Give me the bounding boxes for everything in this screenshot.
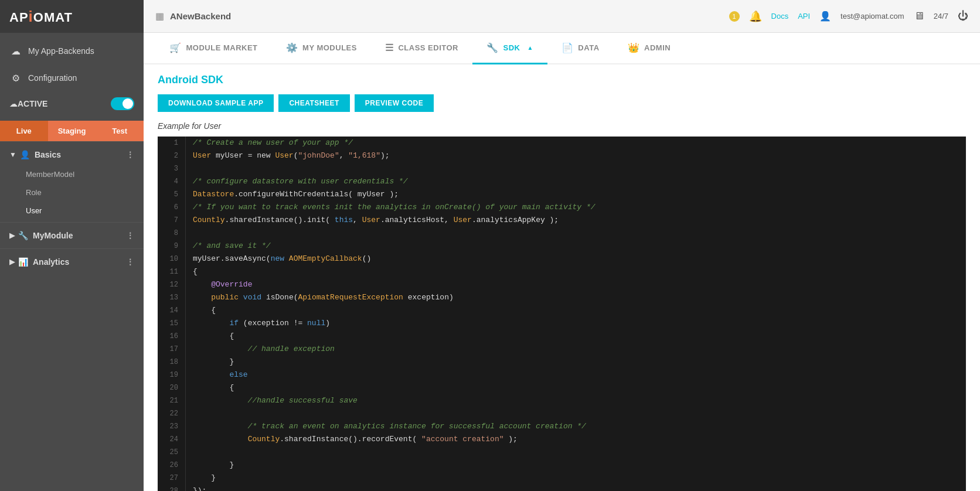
code-line-21: 21 //handle successful save (158, 394, 966, 407)
code-line-5: 5 Datastore.configureWithCredentials( my… (158, 188, 966, 201)
code-line-11: 11 { (158, 265, 966, 278)
active-toggle[interactable] (111, 97, 134, 110)
sidebar-item-my-app-backends[interactable]: ☁ My App-Backends (0, 37, 144, 64)
cheatsheet-button[interactable]: CHEATSHEET (278, 94, 349, 112)
code-line-13: 13 public void isDone(ApiomatRequestExce… (158, 291, 966, 304)
logo: APiOMAT (9, 8, 73, 26)
support-button[interactable]: 24/7 (934, 12, 948, 21)
code-line-3: 3 (158, 162, 966, 175)
more-icon-basics[interactable]: ⋮ (126, 150, 134, 159)
power-icon[interactable]: ⏻ (958, 10, 968, 22)
code-line-10: 10 myUser.saveAsync(new AOMEmptyCallback… (158, 253, 966, 265)
module-market-icon: 🛒 (169, 42, 182, 53)
env-tab-live[interactable]: Live (0, 121, 48, 141)
notification-badge[interactable]: 1 (729, 11, 740, 22)
env-tab-test[interactable]: Test (96, 121, 144, 141)
admin-icon: 👑 (628, 42, 640, 53)
user-icon: 👤 (819, 11, 831, 22)
section-label-mymodule: MyModule (33, 231, 73, 240)
code-line-7: 7 Countly.sharedInstance().init( this, U… (158, 214, 966, 227)
code-line-8: 8 (158, 227, 966, 240)
tab-module-market[interactable]: 🛒 MODULE MARKET (155, 33, 272, 64)
monitor-icon[interactable]: 🖥 (914, 10, 924, 22)
code-line-22: 22 (158, 407, 966, 420)
more-icon-mymodule[interactable]: ⋮ (126, 231, 134, 240)
sdk-title: Android SDK (158, 74, 966, 86)
code-line-4: 4 /* configure datastore with user crede… (158, 175, 966, 188)
topbar: ▦ ANewBackend 1 🔔 Docs API 👤 test@apioma… (144, 0, 980, 33)
env-tab-staging[interactable]: Staging (48, 121, 96, 141)
chevron-right-icon-analytics: ▶ (9, 258, 15, 266)
nav-tabs: 🛒 MODULE MARKET ⚙️ MY MODULES ☰ CLASS ED… (144, 33, 980, 64)
section-label-analytics: Analytics (33, 257, 69, 267)
bell-icon[interactable]: 🔔 (749, 10, 762, 23)
section-header-basics[interactable]: ▼ 👤 Basics ⋮ (0, 144, 144, 165)
code-line-2: 2 User myUser = new User("johnDoe", "1,6… (158, 149, 966, 162)
wrench-icon: 🔧 (18, 231, 28, 240)
docs-link[interactable]: Docs (771, 12, 789, 21)
sdk-buttons: DOWNLOAD SAMPLE APP CHEATSHEET PREVIEW C… (158, 94, 966, 112)
sidebar-item-user[interactable]: User (0, 202, 144, 220)
code-line-9: 9 /* and save it */ (158, 240, 966, 253)
code-line-12: 12 @Override (158, 278, 966, 291)
logo-area: APiOMAT (0, 0, 144, 33)
tab-admin[interactable]: 👑 ADMIN (614, 33, 685, 64)
active-toggle-row: ☁ ACTIVE (0, 91, 144, 116)
section-header-analytics[interactable]: ▶ 📊 Analytics ⋮ (0, 251, 144, 272)
user-email: test@apiomat.com (841, 12, 904, 21)
tab-my-modules[interactable]: ⚙️ MY MODULES (272, 33, 371, 64)
tab-class-editor[interactable]: ☰ CLASS EDITOR (371, 33, 472, 64)
cloud-small-icon: ☁ (9, 99, 18, 108)
cloud-icon: ☁ (9, 45, 22, 57)
sidebar: APiOMAT ☁ My App-Backends ⚙ Configuratio… (0, 0, 144, 491)
code-line-25: 25 (158, 446, 966, 459)
class-editor-icon: ☰ (385, 42, 394, 53)
code-line-14: 14 { (158, 304, 966, 317)
download-sample-app-button[interactable]: DOWNLOAD SAMPLE APP (158, 94, 274, 112)
person-icon: 👤 (20, 150, 30, 159)
sdk-active-indicator: ▲ (527, 45, 533, 51)
more-icon-analytics[interactable]: ⋮ (126, 257, 134, 267)
tab-data[interactable]: 📄 DATA (547, 33, 614, 64)
sdk-icon: 🔧 (486, 42, 499, 53)
code-line-17: 17 // handle exception (158, 343, 966, 356)
api-link[interactable]: API (798, 12, 810, 21)
section-analytics: ▶ 📊 Analytics ⋮ (0, 248, 144, 275)
code-line-18: 18 } (158, 356, 966, 369)
code-line-20: 20 { (158, 381, 966, 394)
sidebar-item-role[interactable]: Role (0, 183, 144, 202)
tab-sdk[interactable]: 🔧 SDK ▲ (472, 33, 547, 64)
code-line-26: 26 } (158, 459, 966, 472)
sidebar-item-configuration[interactable]: ⚙ Configuration (0, 64, 144, 91)
my-modules-icon: ⚙️ (286, 42, 298, 53)
example-label: Example for User (158, 121, 966, 131)
section-mymodule: ▶ 🔧 MyModule ⋮ (0, 222, 144, 248)
code-line-6: 6 /* If you want to track events init th… (158, 201, 966, 214)
chevron-right-icon: ▶ (9, 231, 15, 240)
content-area: Android SDK DOWNLOAD SAMPLE APP CHEATSHE… (144, 64, 980, 491)
sidebar-item-member-model[interactable]: MemberModel (0, 165, 144, 183)
sidebar-main-nav: ☁ My App-Backends ⚙ Configuration ☁ ACTI… (0, 33, 144, 121)
content-inner: Android SDK DOWNLOAD SAMPLE APP CHEATSHE… (144, 64, 980, 491)
backend-icon: ▦ (155, 11, 164, 22)
code-line-24: 24 Countly.sharedInstance().recordEvent(… (158, 433, 966, 446)
code-line-1: 1 /* Create a new user of your app */ (158, 137, 966, 149)
main-content: ▦ ANewBackend 1 🔔 Docs API 👤 test@apioma… (144, 0, 980, 491)
code-line-19: 19 else (158, 369, 966, 381)
code-line-23: 23 /* track an event on analytics instan… (158, 420, 966, 433)
backend-name: ANewBackend (170, 11, 231, 21)
code-line-15: 15 if (exception != null) (158, 317, 966, 330)
section-label-basics: Basics (35, 150, 61, 159)
data-icon: 📄 (562, 42, 574, 53)
code-editor[interactable]: 1 /* Create a new user of your app */ 2 … (158, 137, 966, 491)
chevron-down-icon: ▼ (9, 151, 16, 159)
code-line-28: 28 }); (158, 485, 966, 491)
code-line-27: 27 } (158, 472, 966, 485)
environment-tabs: Live Staging Test (0, 121, 144, 141)
section-header-mymodule[interactable]: ▶ 🔧 MyModule ⋮ (0, 225, 144, 246)
preview-code-button[interactable]: PREVIEW CODE (355, 94, 434, 112)
topbar-right: 1 🔔 Docs API 👤 test@apiomat.com 🖥 24/7 ⏻ (729, 10, 968, 23)
section-basics: ▼ 👤 Basics ⋮ MemberModel Role User (0, 141, 144, 222)
chart-icon: 📊 (18, 257, 28, 267)
code-line-16: 16 { (158, 330, 966, 343)
